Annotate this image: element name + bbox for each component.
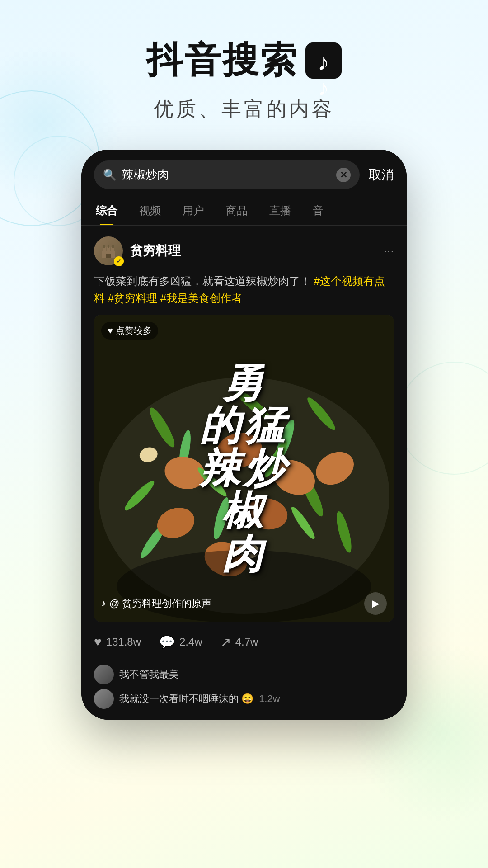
heart-icon: ♥ [94, 635, 102, 649]
shares-stat[interactable]: ↗ 4.7w [221, 635, 258, 650]
app-title-container: 抖音搜索 ♪ [0, 36, 488, 85]
app-title: 抖音搜索 [146, 36, 298, 85]
phone-inner: 🔍 辣椒炒肉 ✕ 取消 综合 视频 用户 商品 直播 音 [81, 150, 407, 720]
video-audio-row: ♪ @ 贫穷料理创作的原声 ▶ [101, 592, 387, 615]
content-area: ✓ 贫穷料理 ··· 下饭菜到底有多凶猛，就看这道辣椒炒肉了！ #这个视频有点料… [81, 226, 407, 720]
stats-row: ♥ 131.8w 💬 2.4w ↗ 4.7w [94, 631, 394, 657]
tab-comprehensive[interactable]: 综合 [94, 196, 119, 225]
likes-stat[interactable]: ♥ 131.8w [94, 635, 141, 649]
tiktok-note-symbol: ♪ [312, 48, 335, 73]
video-overlay-text: 勇 的猛 辣炒 椒 肉 [191, 353, 297, 585]
comment-text-1: 我不管我最美 [119, 668, 179, 681]
tab-audio[interactable]: 音 [311, 196, 325, 225]
search-query-text: 辣椒炒肉 [122, 167, 331, 183]
app-subtitle: 优质、丰富的内容 [0, 96, 488, 123]
video-overlay-container: 勇 的猛 辣炒 椒 肉 [94, 315, 394, 622]
verified-badge: ✓ [114, 256, 124, 266]
svg-rect-5 [108, 245, 109, 248]
tab-video[interactable]: 视频 [137, 196, 163, 225]
svg-rect-4 [103, 245, 105, 248]
shares-count: 4.7w [235, 636, 258, 648]
audio-info: ♪ @ 贫穷料理创作的原声 [101, 597, 211, 610]
comment-preview-area: 我不管我最美 我就没一次看时不咽唾沫的 😄 1.2w [94, 657, 394, 709]
clear-search-button[interactable]: ✕ [336, 168, 351, 182]
search-icon: 🔍 [103, 169, 117, 181]
likes-count: 131.8w [106, 636, 141, 648]
header-section: 抖音搜索 ♪ 优质、丰富的内容 [0, 0, 488, 123]
more-options-button[interactable]: ··· [384, 244, 394, 258]
bg-decoration-circle-3 [398, 362, 488, 475]
phone-mockup: 🔍 辣椒炒肉 ✕ 取消 综合 视频 用户 商品 直播 音 [81, 150, 407, 720]
tab-live[interactable]: 直播 [267, 196, 293, 225]
avatar-icon [99, 242, 117, 260]
tab-products[interactable]: 商品 [224, 196, 249, 225]
comment-item-2: 我就没一次看时不咽唾沫的 😄 1.2w [94, 689, 394, 709]
share-icon: ↗ [221, 635, 231, 650]
hashtag-2[interactable]: #贫穷料理 [108, 292, 157, 304]
comments-stat[interactable]: 💬 2.4w [159, 635, 202, 650]
commenter-avatar-2 [94, 689, 114, 709]
play-button[interactable]: ▶ [364, 592, 387, 615]
commenter-avatar-1 [94, 665, 114, 684]
tiktok-logo-icon: ♪ [305, 42, 342, 79]
tiktok-audio-icon: ♪ [101, 598, 106, 609]
comment-icon: 💬 [159, 635, 175, 650]
comment-text-2: 我就没一次看时不咽唾沫的 😄 [119, 692, 253, 706]
comment-count-2: 1.2w [259, 693, 280, 705]
likes-badge: ♥ 点赞较多 [101, 322, 158, 340]
svg-rect-7 [106, 254, 111, 258]
post-description: 下饭菜到底有多凶猛，就看这道辣椒炒肉了！ #这个视频有点料 #贫穷料理 #我是美… [94, 273, 394, 307]
cancel-search-button[interactable]: 取消 [369, 166, 394, 184]
search-input-container[interactable]: 🔍 辣椒炒肉 ✕ [94, 160, 360, 189]
search-bar-area: 🔍 辣椒炒肉 ✕ 取消 [81, 150, 407, 196]
food-visual: ♥ 点赞较多 勇 的猛 辣炒 椒 肉 [94, 315, 394, 622]
post-username[interactable]: 贫穷料理 [130, 242, 181, 259]
tab-user[interactable]: 用户 [181, 196, 206, 225]
comment-item-1: 我不管我最美 [94, 665, 394, 684]
user-info: ✓ 贫穷料理 [94, 236, 181, 265]
video-thumbnail[interactable]: ♥ 点赞较多 勇 的猛 辣炒 椒 肉 [94, 315, 394, 622]
svg-rect-6 [112, 245, 114, 248]
post-user-row: ✓ 贫穷料理 ··· [94, 236, 394, 265]
comments-count: 2.4w [179, 636, 202, 648]
hashtag-3[interactable]: #我是美食创作者 [160, 292, 242, 304]
tabs-area: 综合 视频 用户 商品 直播 音 [81, 196, 407, 226]
avatar-container: ✓ [94, 236, 123, 265]
